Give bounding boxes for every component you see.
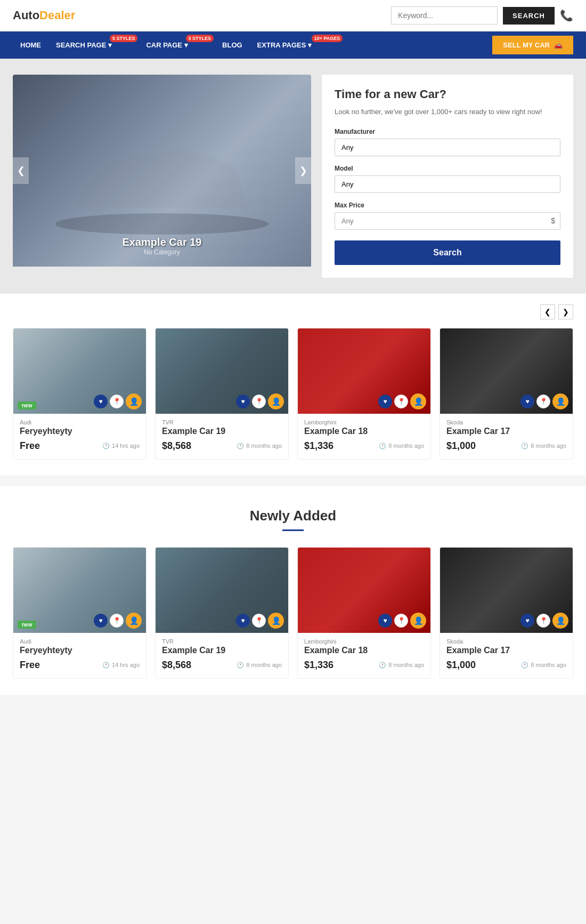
car-model-name[interactable]: Example Car 19 <box>162 646 282 655</box>
price-input-wrapper: $ <box>335 212 560 230</box>
car-footer: $1,336 🕐 8 months ago <box>304 660 424 671</box>
car-make: Lamborghini <box>304 638 424 645</box>
nav-search-page[interactable]: SEARCH PAGE 5 STYLES ▾ <box>48 31 139 59</box>
car-time: 🕐 14 hrs ago <box>102 443 140 449</box>
nav-home[interactable]: HOME <box>13 31 48 59</box>
car-model-name[interactable]: Feryeyhteyty <box>20 427 140 436</box>
featured-cars-grid: new ♥ 📍 👤 Audi Feryeyhteyty Free 🕐 14 hr… <box>13 328 573 460</box>
model-select[interactable]: Any <box>335 175 560 193</box>
avatar[interactable]: 👤 <box>552 613 568 629</box>
new-badge: new <box>18 401 36 409</box>
logo-dealer: Dealer <box>39 9 75 22</box>
newly-added-cars-grid: new ♥ 📍 👤 Audi Feryeyhteyty Free 🕐 14 hr… <box>13 547 573 679</box>
avatar[interactable]: 👤 <box>410 393 426 409</box>
carousel-caption: Example Car 19 No Category <box>13 236 311 256</box>
favorite-button[interactable]: ♥ <box>236 395 250 408</box>
car-card-image: ♥ 📍 👤 <box>298 328 430 414</box>
car-footer: $1,000 🕐 8 months ago <box>446 440 566 452</box>
carousel-image: ❮ ❯ Example Car 19 No Category <box>13 75 311 267</box>
car-card-body: Skoda Example Car 17 $1,000 🕐 8 months a… <box>440 633 573 678</box>
car-card-body: Lamborghini Example Car 18 $1,336 🕐 8 mo… <box>298 633 430 678</box>
car-time: 🕐 8 months ago <box>379 443 424 449</box>
car-card: ♥ 📍 👤 Lamborghini Example Car 18 $1,336 … <box>297 328 431 460</box>
car-price: Free <box>20 440 40 452</box>
car-price: $1,336 <box>304 660 333 671</box>
hero-section: ❮ ❯ Example Car 19 No Category Time for … <box>0 59 586 294</box>
search-input[interactable] <box>391 6 498 25</box>
car-time: 🕐 8 months ago <box>379 662 424 669</box>
search-panel-button[interactable]: Search <box>335 240 560 265</box>
favorite-button[interactable]: ♥ <box>378 614 392 628</box>
avatar[interactable]: 👤 <box>126 393 142 409</box>
section-divider <box>282 529 304 531</box>
max-price-input[interactable] <box>335 212 560 230</box>
car-make: Audi <box>20 638 140 645</box>
manufacturer-group: Manufacturer Any <box>335 128 560 156</box>
max-price-label: Max Price <box>335 202 560 209</box>
location-button[interactable]: 📍 <box>252 614 266 628</box>
car-card: ♥ 📍 👤 Skoda Example Car 17 $1,000 🕐 8 mo… <box>440 328 573 460</box>
carousel-next-button[interactable]: ❯ <box>295 157 311 184</box>
favorite-button[interactable]: ♥ <box>94 614 108 628</box>
chevron-down-icon: ▾ <box>184 41 188 49</box>
car-model-name[interactable]: Example Car 19 <box>162 427 282 436</box>
carousel-prev-button[interactable]: ❮ <box>13 157 29 184</box>
location-button[interactable]: 📍 <box>536 395 550 408</box>
car-model-name[interactable]: Example Car 17 <box>446 646 566 655</box>
car-model-name[interactable]: Feryeyhteyty <box>20 646 140 655</box>
favorite-button[interactable]: ♥ <box>520 614 534 628</box>
car-price: $8,568 <box>162 660 191 671</box>
logo-auto: Auto <box>13 9 39 22</box>
avatar[interactable]: 👤 <box>268 613 284 629</box>
avatar[interactable]: 👤 <box>126 613 142 629</box>
car-card: new ♥ 📍 👤 Audi Feryeyhteyty Free 🕐 14 hr… <box>13 547 146 679</box>
car-make: Skoda <box>446 419 566 425</box>
clock-icon: 🕐 <box>521 443 528 449</box>
avatar[interactable]: 👤 <box>552 393 568 409</box>
favorite-button[interactable]: ♥ <box>378 395 392 408</box>
nav-car-page[interactable]: CAR PAGE 3 STYLES ▾ <box>139 31 215 59</box>
sell-my-car-button[interactable]: SELL MY CAR 🚗 <box>492 36 573 54</box>
car-footer: $1,000 🕐 8 months ago <box>446 660 566 671</box>
car-model-name[interactable]: Example Car 17 <box>446 427 566 436</box>
phone-icon[interactable]: 📞 <box>560 9 573 22</box>
car-card: new ♥ 📍 👤 Audi Feryeyhteyty Free 🕐 14 hr… <box>13 328 146 460</box>
car-card-actions: ♥ 📍 👤 <box>236 393 284 409</box>
chevron-down-icon: ▾ <box>108 41 112 49</box>
car-card-actions: ♥ 📍 👤 <box>236 613 284 629</box>
newly-added-title: Newly Added <box>13 508 573 524</box>
clock-icon: 🕐 <box>102 662 110 669</box>
car-model-name[interactable]: Example Car 18 <box>304 646 424 655</box>
car-time: 🕐 8 months ago <box>237 443 282 449</box>
car-card-body: Lamborghini Example Car 18 $1,336 🕐 8 mo… <box>298 414 430 459</box>
featured-next-button[interactable]: ❯ <box>558 304 573 319</box>
car-model-name[interactable]: Example Car 18 <box>304 427 424 436</box>
featured-prev-button[interactable]: ❮ <box>540 304 555 319</box>
site-header: AutoDealer SEARCH 📞 <box>0 0 586 31</box>
location-button[interactable]: 📍 <box>110 614 124 628</box>
avatar[interactable]: 👤 <box>410 613 426 629</box>
favorite-button[interactable]: ♥ <box>236 614 250 628</box>
location-button[interactable]: 📍 <box>252 395 266 408</box>
header-search-button[interactable]: SEARCH <box>503 7 555 25</box>
favorite-button[interactable]: ♥ <box>94 395 108 408</box>
car-price: $8,568 <box>162 440 191 452</box>
clock-icon: 🕐 <box>102 443 110 449</box>
car-make: TVR <box>162 419 282 425</box>
car-card-body: TVR Example Car 19 $8,568 🕐 8 months ago <box>156 633 288 678</box>
nav-blog[interactable]: BLOG <box>215 31 250 59</box>
car-footer: $8,568 🕐 8 months ago <box>162 440 282 452</box>
location-button[interactable]: 📍 <box>110 395 124 408</box>
manufacturer-select[interactable]: Any <box>335 139 560 156</box>
site-logo[interactable]: AutoDealer <box>13 9 75 22</box>
search-panel-subtitle: Look no further, we've got over 1,000+ c… <box>335 107 560 117</box>
nav-extra-pages[interactable]: EXTRA PAGES 10+ PAGES ▾ <box>250 31 344 59</box>
avatar[interactable]: 👤 <box>268 393 284 409</box>
location-button[interactable]: 📍 <box>394 614 408 628</box>
location-button[interactable]: 📍 <box>536 614 550 628</box>
featured-nav: ❮ ❯ <box>13 304 573 319</box>
location-button[interactable]: 📍 <box>394 395 408 408</box>
car-card-actions: ♥ 📍 👤 <box>94 613 142 629</box>
car-make: Lamborghini <box>304 419 424 425</box>
favorite-button[interactable]: ♥ <box>520 395 534 408</box>
